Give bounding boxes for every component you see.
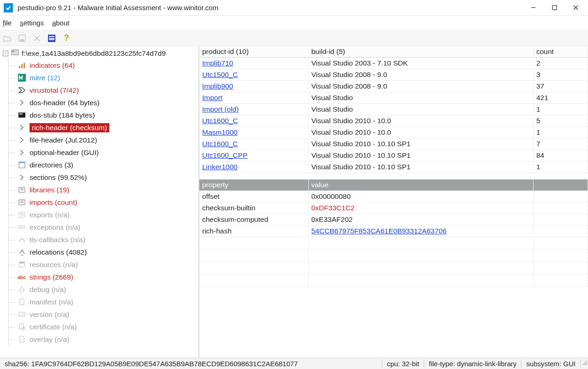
main-split: − f:\exe,1a413a8bd9eb6dbd82123c25fc74d7d… [0, 46, 588, 357]
tree-item-label: certificate (n/a) [30, 323, 77, 331]
collapse-icon[interactable]: − [3, 51, 8, 56]
maximize-button[interactable] [544, 1, 565, 15]
svg-rect-11 [21, 64, 23, 68]
product-link[interactable]: Utc1600_C [202, 117, 238, 125]
product-link[interactable]: Linker1000 [202, 163, 238, 171]
save-button[interactable] [18, 34, 27, 43]
open-button[interactable] [3, 34, 12, 43]
chevron-icon [18, 173, 26, 182]
table-row[interactable]: Implib900Visual Studio 2008 - 9.037 [199, 81, 588, 92]
tree-item-exports[interactable]: exports (n/a) [17, 208, 198, 221]
product-link[interactable]: Import [202, 94, 222, 101]
tree-item-label: directories (3) [30, 161, 73, 169]
col-property: property [199, 179, 308, 191]
table-row[interactable]: Linker1000Visual Studio 2010 - 10.10 SP1… [199, 161, 588, 173]
tree-item-debug[interactable]: debug (n/a) [17, 283, 198, 296]
tree-item-version[interactable]: 1.0version (n/a) [17, 308, 198, 321]
tree-item-sections[interactable]: sections (99.52%) [17, 171, 198, 184]
tree-item-rich-header[interactable]: rich-header (checksum) [17, 121, 198, 134]
cell-count: 2 [534, 58, 588, 69]
tree-item-strings[interactable]: abcstrings (2669) [17, 271, 198, 283]
menu-about[interactable]: about [52, 19, 70, 27]
property-row[interactable]: checksum-computed0xE33AF202 [199, 214, 588, 226]
tree-item-mitre[interactable]: mitre (12) [17, 71, 198, 84]
tree-item-libraries[interactable]: libraries (19) [17, 184, 198, 196]
property-row[interactable]: checksum-builtin0xDF33C1C2 [199, 202, 588, 214]
col-build-id[interactable]: build-id (5) [308, 46, 534, 58]
tree-item-resources[interactable]: resources (n/a) [17, 258, 198, 271]
doc-icon [18, 298, 26, 306]
abc-icon: abc [18, 273, 26, 281]
tree-item-label: exports (n/a) [30, 211, 70, 219]
list-button[interactable] [47, 34, 56, 43]
col-count[interactable]: count [534, 46, 588, 58]
svg-rect-10 [19, 66, 20, 68]
svg-point-44 [584, 363, 585, 363]
tree-item-manifest[interactable]: manifest (n/a) [17, 296, 198, 308]
table-row[interactable]: Utc1600_CVisual Studio 2010 - 10.10 SP17 [199, 138, 588, 150]
property-table: property value offset0x00000080checksum-… [199, 179, 588, 287]
tree-item-relocations[interactable]: relocations (4082) [17, 246, 198, 258]
tree-item-dos-header[interactable]: dos-header (64 bytes) [17, 96, 198, 109]
tree-item-optional-header[interactable]: optional-header (GUI) [17, 146, 198, 159]
tree-item-overlay[interactable]: overlay (n/a) [17, 333, 198, 345]
product-link[interactable]: Import (old) [202, 105, 239, 113]
close-button[interactable] [565, 1, 586, 15]
tree-item-certificate[interactable]: certificate (n/a) [17, 321, 198, 333]
tree-item-virustotal[interactable]: virustotal (7/42) [17, 84, 198, 96]
svg-rect-8 [11, 50, 19, 55]
minimize-button[interactable] [522, 1, 544, 15]
status-sha256: sha256: 1FA9C9764DF62BD129A05B9E09DE547A… [0, 360, 382, 368]
tree-item-tls-callbacks[interactable]: tls-callbacks (n/a) [17, 233, 198, 246]
tree-panel: − f:\exe,1a413a8bd9eb6dbd82123c25fc74d7d… [0, 46, 199, 357]
property-row[interactable]: offset0x00000080 [199, 191, 588, 202]
statusbar: sha256: 1FA9C9764DF62BD129A05B9E09DE547A… [0, 357, 588, 369]
resize-grip-icon[interactable] [581, 361, 588, 366]
tree-item-label: mitre (12) [30, 74, 60, 82]
tree-item-imports[interactable]: imports (count) [17, 196, 198, 208]
cell-property: checksum-computed [199, 214, 308, 226]
delete-button[interactable] [32, 34, 42, 43]
lib-icon [18, 186, 26, 194]
cell-product: Implib900 [199, 81, 308, 92]
col-product-id[interactable]: product-id (10) [199, 46, 308, 58]
property-row[interactable]: rich-hash54CCB67975F853CA61E0B93312A6370… [199, 226, 588, 237]
table-row[interactable]: Masm1000Visual Studio 2010 - 10.01 [199, 127, 588, 138]
tree-root[interactable]: − f:\exe,1a413a8bd9eb6dbd82123c25fc74d7d… [3, 48, 198, 59]
table-row[interactable]: ImportVisual Studio421 [199, 92, 588, 104]
table-row[interactable]: Utc1500_CVisual Studio 2008 - 9.03 [199, 69, 588, 81]
toolbar: ? [0, 30, 588, 46]
table-row[interactable]: Utc1600_CVisual Studio 2010 - 10.05 [199, 115, 588, 127]
tree-item-label: debug (n/a) [30, 286, 66, 294]
rich-hash-link[interactable]: 54CCB67975F853CA61E0B93312A63706 [312, 227, 447, 235]
tls-icon [18, 236, 26, 244]
lib-icon [18, 198, 26, 207]
status-cpu: cpu: 32-bit [382, 360, 424, 368]
product-link[interactable]: Utc1500_C [202, 71, 238, 78]
table-row[interactable]: Utc1600_CPPVisual Studio 2010 - 10.10 SP… [199, 150, 588, 161]
table-row[interactable]: Implib710Visual Studio 2003 - 7.10 SDK2 [199, 58, 588, 69]
product-link[interactable]: Masm1000 [202, 128, 238, 136]
col-value: value [308, 179, 534, 191]
table-row[interactable]: Import (old)Visual Studio1 [199, 104, 588, 115]
cell-product: Import (old) [199, 104, 308, 115]
tree-item-dos-stub[interactable]: dos-stub (184 bytes) [17, 109, 198, 121]
product-link[interactable]: Implib900 [202, 82, 233, 90]
cell-build: Visual Studio 2010 - 10.10 SP1 [308, 150, 534, 161]
menu-settings[interactable]: settings [20, 19, 44, 27]
tree-item-directories[interactable]: directories (3) [17, 159, 198, 171]
tree-item-label: imports (count) [30, 198, 77, 207]
menu-file[interactable]: file [3, 19, 12, 27]
help-button[interactable]: ? [62, 34, 71, 43]
product-link[interactable]: Implib710 [202, 59, 233, 67]
product-link[interactable]: Utc1600_CPP [202, 151, 247, 159]
cell-build: Visual Studio [308, 104, 534, 115]
mitre-icon [18, 74, 26, 82]
exc-icon [18, 223, 26, 232]
product-link[interactable]: Utc1600_C [202, 140, 238, 148]
tree-item-file-header[interactable]: file-header (Jul.2012) [17, 134, 198, 146]
tree-item-indicators[interactable]: indicators (64) [17, 59, 198, 71]
chevron-icon [18, 99, 26, 107]
tree-item-exceptions[interactable]: exceptions (n/a) [17, 221, 198, 233]
svg-point-41 [586, 361, 587, 362]
